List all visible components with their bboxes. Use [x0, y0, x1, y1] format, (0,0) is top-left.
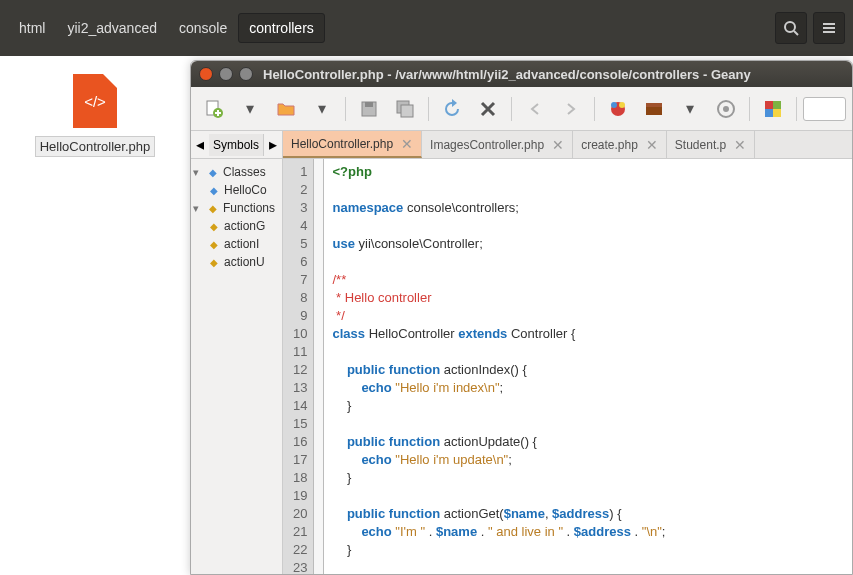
- breadcrumb: htmlyii2_advancedconsolecontrollers: [8, 13, 775, 43]
- fold-margin[interactable]: [314, 159, 324, 574]
- document-tab[interactable]: Student.p✕: [667, 131, 755, 158]
- svg-rect-8: [365, 102, 373, 107]
- new-dropdown-button[interactable]: ▾: [233, 92, 267, 126]
- nav-forward-button[interactable]: [554, 92, 588, 126]
- file-browser-pane: </> HelloController.php: [0, 56, 190, 256]
- tree-function-item[interactable]: ◆actionG: [193, 217, 280, 235]
- tree-class-item[interactable]: ◆HelloCo: [193, 181, 280, 199]
- breadcrumb-item[interactable]: html: [8, 13, 56, 43]
- symbols-tree: ▾◆Classes ◆HelloCo ▾◆Functions ◆actionG …: [191, 159, 282, 275]
- open-file-button[interactable]: [269, 92, 303, 126]
- svg-point-17: [723, 106, 729, 112]
- svg-point-13: [619, 102, 625, 108]
- svg-point-12: [611, 102, 617, 108]
- side-tab-next[interactable]: ▸: [264, 135, 282, 154]
- svg-rect-2: [823, 23, 835, 25]
- execute-button[interactable]: [709, 92, 743, 126]
- svg-rect-10: [401, 105, 413, 117]
- breadcrumb-item[interactable]: controllers: [238, 13, 325, 43]
- tree-functions[interactable]: ▾◆Functions: [193, 199, 280, 217]
- document-tab[interactable]: create.php✕: [573, 131, 667, 158]
- window-title: HelloController.php - /var/www/html/yii2…: [263, 67, 751, 82]
- tab-close-icon[interactable]: ✕: [552, 137, 564, 153]
- side-tab-prev[interactable]: ◂: [191, 135, 209, 154]
- save-button[interactable]: [352, 92, 386, 126]
- line-numbers: 123456789101112131415161718192021222324: [283, 159, 314, 574]
- document-tab[interactable]: HelloController.php✕: [283, 131, 422, 158]
- file-manager-toolbar: htmlyii2_advancedconsolecontrollers: [0, 0, 853, 56]
- reload-button[interactable]: [435, 92, 469, 126]
- svg-rect-21: [773, 109, 781, 117]
- tree-function-item[interactable]: ◆actionI: [193, 235, 280, 253]
- symbols-sidebar: ◂ Symbols ▸ ▾◆Classes ◆HelloCo ▾◆Functio…: [191, 131, 283, 574]
- tab-close-icon[interactable]: ✕: [734, 137, 746, 153]
- search-input[interactable]: [803, 97, 846, 121]
- breadcrumb-item[interactable]: yii2_advanced: [56, 13, 168, 43]
- new-file-button[interactable]: [197, 92, 231, 126]
- tree-function-item[interactable]: ◆actionU: [193, 253, 280, 271]
- open-dropdown-button[interactable]: ▾: [305, 92, 339, 126]
- svg-line-1: [794, 31, 798, 35]
- close-file-button[interactable]: [471, 92, 505, 126]
- menu-button[interactable]: [813, 12, 845, 44]
- php-file-icon[interactable]: </>: [73, 74, 117, 128]
- tree-classes[interactable]: ▾◆Classes: [193, 163, 280, 181]
- toolbar: ▾ ▾ ▾: [191, 87, 852, 131]
- build-dropdown-button[interactable]: ▾: [673, 92, 707, 126]
- save-all-button[interactable]: [388, 92, 422, 126]
- code-editor[interactable]: 123456789101112131415161718192021222324 …: [283, 159, 852, 574]
- search-button[interactable]: [775, 12, 807, 44]
- breadcrumb-item[interactable]: console: [168, 13, 238, 43]
- window-close-button[interactable]: [199, 67, 213, 81]
- svg-rect-19: [773, 101, 781, 109]
- window-maximize-button[interactable]: [239, 67, 253, 81]
- svg-rect-4: [823, 31, 835, 33]
- geany-window: HelloController.php - /var/www/html/yii2…: [190, 60, 853, 575]
- document-tab[interactable]: ImagesController.php✕: [422, 131, 573, 158]
- build-button[interactable]: [637, 92, 671, 126]
- code-content[interactable]: <?php namespace console\controllers; use…: [324, 159, 852, 574]
- file-name-label[interactable]: HelloController.php: [35, 136, 156, 157]
- tab-close-icon[interactable]: ✕: [646, 137, 658, 153]
- compile-button[interactable]: [601, 92, 635, 126]
- svg-rect-15: [646, 103, 662, 107]
- svg-point-0: [785, 22, 795, 32]
- svg-rect-20: [765, 109, 773, 117]
- nav-back-button[interactable]: [518, 92, 552, 126]
- svg-rect-3: [823, 27, 835, 29]
- svg-rect-14: [646, 107, 662, 115]
- svg-rect-18: [765, 101, 773, 109]
- symbols-tab[interactable]: Symbols: [209, 134, 264, 156]
- color-chooser-button[interactable]: [756, 92, 790, 126]
- document-tabs: HelloController.php✕ImagesController.php…: [283, 131, 852, 159]
- window-minimize-button[interactable]: [219, 67, 233, 81]
- tab-close-icon[interactable]: ✕: [401, 136, 413, 152]
- titlebar[interactable]: HelloController.php - /var/www/html/yii2…: [191, 61, 852, 87]
